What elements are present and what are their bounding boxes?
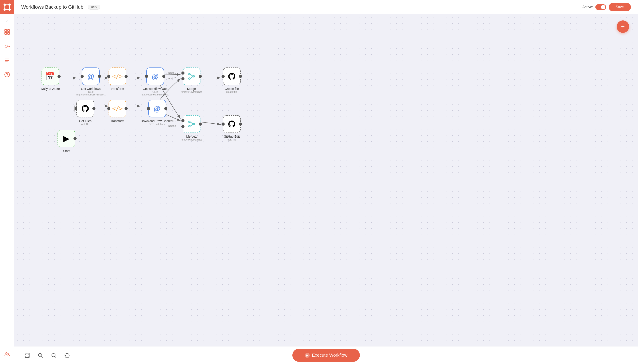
sidebar-item-network[interactable] — [0, 26, 14, 38]
bottom-toolbar: ▶ Execute Workflow — [14, 346, 638, 364]
svg-point-37 — [188, 126, 190, 127]
sidebar-item-help[interactable] — [0, 68, 14, 81]
node-transform2-output[interactable] — [124, 107, 128, 110]
node-get-workflow-data[interactable]: @ Get workflow data GET: http://localhos… — [141, 68, 170, 96]
add-node-button[interactable]: + — [617, 20, 629, 33]
node-merge-input2[interactable] — [181, 77, 184, 80]
node-github-edit[interactable]: GitHub Edit edit: file — [223, 115, 241, 141]
node-create-file[interactable]: Create file create: file — [223, 68, 241, 93]
node-merge1-box[interactable] — [183, 115, 200, 133]
node-daily[interactable]: 📅 Daily at 23:59 — [41, 68, 60, 90]
node-start-output[interactable] — [74, 137, 76, 140]
sidebar-item-list[interactable] — [0, 54, 14, 66]
node-transform2[interactable]: </> Transform — [108, 100, 126, 123]
node-download-raw-box[interactable]: @ — [148, 100, 166, 118]
node-merge-label: Merge — [187, 87, 196, 90]
node-daily-output[interactable] — [58, 75, 60, 78]
svg-line-35 — [190, 76, 193, 78]
node-get-workflow-data-box[interactable]: @ — [146, 68, 164, 85]
node-start-box[interactable]: ▶ — [58, 130, 75, 148]
node-merge1[interactable]: input: 1 input: 2 Merge1 removeKeyMatche… — [181, 115, 202, 141]
merge1-input2-label: input: 2 — [168, 124, 176, 127]
undo-button[interactable] — [63, 351, 71, 359]
node-transform-box[interactable]: </> — [108, 68, 126, 85]
active-toggle-area: Active: — [582, 4, 606, 10]
active-label: Active: — [582, 5, 593, 9]
active-toggle[interactable] — [596, 4, 606, 10]
node-get-files-handle[interactable] — [74, 107, 77, 110]
node-transform-input[interactable] — [107, 75, 110, 78]
svg-line-39 — [190, 122, 193, 124]
node-github-edit-output[interactable] — [239, 122, 242, 126]
node-create-file-input[interactable] — [222, 75, 225, 78]
node-create-file-box[interactable] — [223, 68, 241, 85]
svg-rect-8 — [5, 30, 7, 32]
svg-point-22 — [8, 353, 9, 354]
svg-line-34 — [190, 74, 193, 76]
sidebar-item-key[interactable] — [0, 40, 14, 52]
node-download-raw-input[interactable] — [147, 107, 150, 110]
execute-workflow-button[interactable]: ▶ Execute Workflow — [292, 349, 360, 362]
node-get-files-output[interactable] — [92, 107, 96, 110]
node-get-workflows-output[interactable] — [98, 75, 101, 78]
save-button[interactable]: Save — [609, 3, 631, 11]
node-create-file-sublabel: create: file — [226, 90, 238, 93]
node-merge-box[interactable] — [183, 68, 200, 85]
node-transform[interactable]: </> transform — [108, 68, 126, 90]
node-merge-input1[interactable] — [181, 72, 184, 74]
node-transform-output[interactable] — [124, 75, 128, 78]
merge-input2-label: input: 2 — [168, 77, 176, 80]
node-merge-sublabel: removeKeyMatches — [181, 90, 202, 93]
svg-point-36 — [188, 121, 190, 123]
svg-line-47 — [55, 356, 56, 358]
svg-point-12 — [5, 45, 7, 48]
node-start[interactable]: ▶ Start — [58, 130, 75, 153]
node-merge1-input1[interactable] — [181, 119, 184, 122]
svg-point-32 — [188, 78, 190, 80]
fit-view-button[interactable] — [23, 351, 31, 359]
node-merge1-input2[interactable] — [181, 125, 184, 128]
node-merge-output[interactable] — [199, 75, 202, 78]
node-merge[interactable]: input: 1 input: 2 Merge removeKeyMatches — [181, 68, 202, 93]
node-transform2-box[interactable]: </> — [108, 100, 126, 118]
main-area: Workflows Backup to GitHub utils Active:… — [14, 0, 638, 364]
node-github-edit-input[interactable] — [222, 122, 225, 126]
workflow-canvas[interactable]: + — [14, 14, 638, 346]
node-get-workflow-data-input[interactable] — [145, 75, 148, 78]
expand-sidebar-button[interactable]: › — [0, 16, 14, 25]
toolbar-controls — [23, 351, 71, 359]
execute-workflow-label: Execute Workflow — [312, 353, 348, 358]
svg-point-21 — [6, 352, 7, 354]
zoom-in-button[interactable] — [36, 351, 44, 359]
node-transform2-label: Transform — [110, 119, 124, 123]
node-get-files-box[interactable] — [76, 100, 94, 118]
sidebar: › — [0, 0, 14, 364]
svg-point-38 — [193, 124, 194, 125]
node-create-file-output[interactable] — [239, 75, 242, 78]
svg-line-40 — [190, 124, 193, 126]
node-get-workflows-input[interactable] — [80, 75, 84, 78]
node-daily-box[interactable]: 📅 — [42, 68, 59, 85]
node-merge1-output[interactable] — [199, 122, 202, 126]
node-transform2-input[interactable] — [107, 107, 110, 110]
workflow-tag[interactable]: utils — [88, 5, 100, 10]
zoom-out-button[interactable] — [50, 351, 58, 359]
node-create-file-label: Create file — [225, 87, 239, 90]
node-get-workflows[interactable]: @ Get workflows GET: http://localhost:56… — [76, 68, 105, 96]
node-github-edit-box[interactable] — [223, 115, 241, 133]
execute-play-icon: ▶ — [305, 353, 310, 358]
node-get-files-label: Get Files — [79, 119, 92, 123]
svg-rect-10 — [5, 32, 7, 34]
svg-line-43 — [42, 356, 42, 358]
node-download-raw-output[interactable] — [164, 107, 168, 110]
node-get-files[interactable]: Get Files get: file — [76, 100, 94, 126]
node-get-workflow-data-output[interactable] — [162, 75, 166, 78]
svg-point-33 — [193, 76, 194, 77]
sidebar-item-community[interactable] — [0, 348, 14, 360]
logo[interactable] — [0, 0, 14, 14]
node-get-workflow-data-sublabel: GET: http://localhost:5678/rest/... — [141, 90, 170, 96]
svg-point-31 — [188, 74, 190, 75]
svg-rect-41 — [25, 353, 29, 358]
node-get-workflows-box[interactable]: @ — [82, 68, 100, 85]
node-github-edit-sublabel: edit: file — [228, 138, 236, 141]
